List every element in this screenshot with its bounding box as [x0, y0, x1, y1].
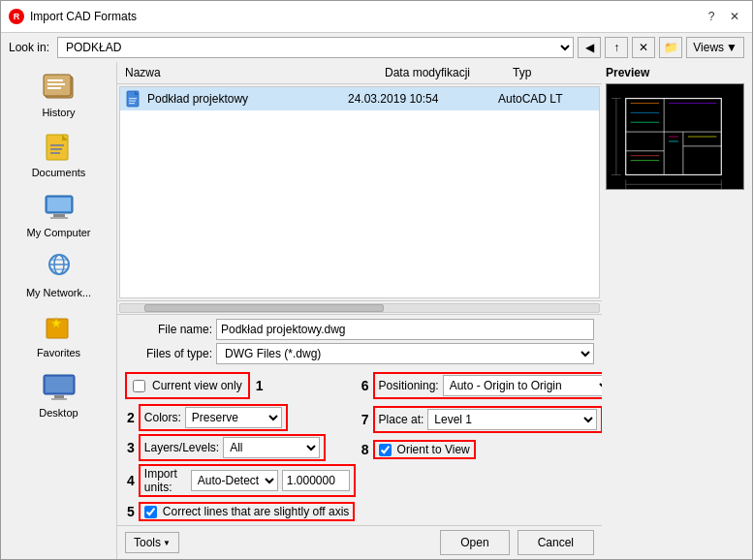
file-date: 24.03.2019 10:54	[348, 92, 498, 106]
preview-label: Preview	[606, 66, 748, 79]
main-area: History Documents	[1, 62, 752, 559]
delete-button[interactable]: ✕	[632, 37, 655, 58]
file-list-header: Nazwa Data modyfikacji Typ	[117, 62, 602, 84]
number-5: 5	[127, 504, 135, 519]
orient-view-checkbox[interactable]	[379, 444, 392, 456]
svg-rect-2	[47, 79, 63, 81]
current-view-box: Current view only	[125, 372, 250, 399]
file-row[interactable]: Podkład projektowy 24.03.2019 10:54 Auto…	[120, 87, 599, 110]
svg-rect-4	[47, 87, 61, 89]
sidebar-item-documents[interactable]: Documents	[1, 126, 116, 184]
svg-rect-3	[47, 83, 65, 85]
svg-rect-8	[50, 148, 62, 150]
orient-view-label: Orient to View	[397, 443, 470, 456]
current-view-label: Current view only	[152, 379, 242, 392]
mycomputer-icon	[42, 192, 77, 223]
import-units-label: Import units:	[144, 467, 187, 494]
mynetwork-icon	[42, 252, 77, 283]
sidebar-item-history[interactable]: History	[1, 66, 116, 124]
help-button[interactable]: ?	[702, 7, 721, 26]
sidebar-label-documents: Documents	[32, 167, 86, 178]
toolbar-row: Look in: PODKŁAD ◀ ↑ ✕ 📁 Views ▼	[1, 33, 752, 62]
file-name-input[interactable]	[216, 319, 594, 340]
svg-rect-12	[53, 214, 65, 217]
middle-section: Nazwa Data modyfikacji Typ	[117, 62, 602, 559]
open-button[interactable]: Open	[440, 530, 509, 555]
sidebar-label-mynetwork: My Network...	[26, 287, 91, 298]
scroll-thumb[interactable]	[144, 304, 384, 312]
preview-image	[606, 83, 744, 190]
colors-select[interactable]: Preserve	[185, 407, 282, 428]
tools-button[interactable]: Tools ▼	[125, 532, 179, 553]
svg-rect-27	[129, 98, 137, 99]
number-2: 2	[127, 410, 135, 425]
number-4: 4	[127, 473, 135, 488]
sidebar-item-desktop[interactable]: Desktop	[1, 366, 116, 424]
left-options: Current view only 1 2 Colors: Preserve	[125, 372, 356, 521]
cancel-button[interactable]: Cancel	[518, 530, 594, 555]
colors-label: Colors:	[144, 411, 181, 424]
file-type-select[interactable]: DWG Files (*.dwg)	[216, 343, 594, 364]
file-type: AutoCAD LT	[498, 92, 595, 106]
correct-lines-label: Correct lines that are slightly off axis	[163, 505, 350, 518]
new-folder-button[interactable]: 📁	[659, 37, 682, 58]
svg-rect-24	[51, 398, 67, 400]
sidebar-label-mycomputer: My Computer	[26, 227, 90, 238]
svg-rect-23	[54, 395, 64, 398]
documents-icon	[42, 132, 77, 163]
sidebar-label-favorites: Favorites	[37, 347, 80, 358]
sidebar-item-mycomputer[interactable]: My Computer	[1, 186, 116, 244]
up-folder-button[interactable]: ↑	[605, 37, 628, 58]
svg-rect-28	[129, 101, 136, 102]
place-at-label: Place at:	[379, 413, 424, 426]
close-button[interactable]: ✕	[725, 7, 744, 26]
back-button[interactable]: ◀	[578, 37, 601, 58]
scroll-track	[119, 303, 600, 313]
file-icon	[124, 89, 143, 109]
cad-preview-svg	[607, 83, 743, 190]
sidebar-item-mynetwork[interactable]: My Network...	[1, 246, 116, 304]
favorites-icon	[42, 312, 77, 343]
units-value-input[interactable]	[282, 470, 350, 491]
svg-rect-11	[47, 198, 71, 211]
number-1: 1	[256, 378, 264, 393]
sidebar-label-history: History	[42, 107, 75, 118]
preview-panel: Preview	[602, 62, 752, 559]
positioning-label: Positioning:	[379, 379, 439, 392]
svg-rect-9	[50, 152, 60, 154]
place-at-select[interactable]: Level 1	[427, 409, 597, 430]
column-header-name[interactable]: Nazwa	[117, 64, 350, 81]
file-name: Podkład projektowy	[147, 92, 348, 106]
svg-rect-13	[50, 217, 68, 219]
sidebar-label-desktop: Desktop	[39, 407, 78, 419]
number-8: 8	[361, 442, 369, 457]
import-cad-dialog: R Import CAD Formats ? ✕ Look in: PODKŁA…	[0, 0, 753, 560]
file-type-row: Files of type: DWG Files (*.dwg)	[125, 343, 594, 364]
correct-lines-checkbox[interactable]	[144, 506, 157, 518]
number-7: 7	[361, 412, 369, 427]
file-type-label: Files of type:	[125, 347, 212, 360]
title-bar-buttons: ? ✕	[702, 7, 744, 26]
svg-rect-7	[50, 144, 64, 146]
positioning-select[interactable]: Auto - Origin to Origin	[443, 375, 602, 396]
footer: Tools ▼ Open Cancel	[117, 525, 602, 559]
number-6: 6	[361, 378, 369, 393]
bottom-inputs: File name: Files of type: DWG Files (*.d…	[117, 314, 602, 368]
svg-rect-22	[46, 377, 73, 392]
number-3: 3	[127, 440, 135, 455]
views-button[interactable]: Views ▼	[686, 37, 744, 58]
layers-select[interactable]: All	[223, 437, 320, 458]
file-name-label: File name:	[125, 323, 212, 336]
sidebar-item-favorites[interactable]: Favorites	[1, 306, 116, 364]
look-in-label: Look in:	[9, 41, 49, 54]
current-view-checkbox[interactable]	[133, 380, 145, 392]
right-options: 6 Positioning: Auto - Origin to Origin 7	[360, 372, 602, 521]
column-header-date[interactable]: Data modyfikacji	[350, 64, 505, 81]
svg-rect-29	[129, 103, 135, 104]
units-select[interactable]: Auto-Detect	[191, 470, 278, 491]
horizontal-scrollbar[interactable]	[117, 300, 602, 314]
file-list[interactable]: Podkład projektowy 24.03.2019 10:54 Auto…	[119, 86, 600, 298]
column-header-type[interactable]: Typ	[505, 64, 602, 81]
sidebar: History Documents	[1, 62, 117, 559]
look-in-select[interactable]: PODKŁAD	[57, 37, 574, 58]
